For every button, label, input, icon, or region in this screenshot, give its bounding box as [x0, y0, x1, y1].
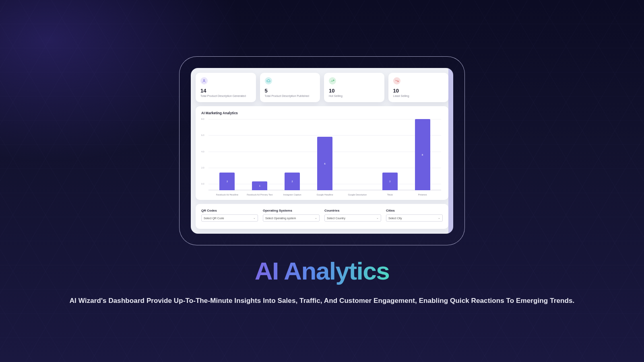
stat-card-3: 10Least Selling [388, 73, 449, 102]
x-axis-label: Instagram Caption [276, 193, 309, 196]
dashboard-screen: 14Total Product Description Generated5To… [191, 68, 453, 234]
chart-bar: 2 [285, 173, 300, 190]
filter-column: CountriesSelect Country⌄ [324, 209, 381, 222]
x-axis-label: Facebook Ad Primary Text [244, 193, 276, 196]
bar-value-label: 6 [324, 162, 325, 165]
select-placeholder: Select Country [327, 217, 345, 220]
bar-value-label: 2 [389, 180, 390, 183]
bar-value-label: 1 [259, 185, 260, 187]
chart-bar: 8 [415, 119, 430, 190]
trend-up-icon [329, 77, 336, 84]
hero-title: AI Analytics [255, 257, 390, 285]
bar-value-label: 2 [292, 180, 293, 183]
stat-label: Total Product Description Generated [200, 95, 251, 97]
stat-cards-row: 14Total Product Description Generated5To… [196, 73, 448, 102]
stat-value: 10 [329, 88, 380, 94]
bar-value-label: 2 [227, 180, 228, 183]
stat-label: Hot Selling [329, 95, 380, 97]
filter-label: Cities [386, 209, 443, 212]
chart-bar: 6 [317, 137, 332, 190]
chart-bar: 1 [252, 181, 267, 190]
user-icon [200, 77, 208, 84]
filters-card: QR CodesSelect QR Code⌄Operating Systems… [196, 204, 448, 229]
stat-card-0: 14Total Product Description Generated [196, 73, 256, 102]
stat-card-2: 10Hot Selling [324, 73, 384, 102]
bar-cell: 8 [406, 119, 439, 190]
select-placeholder: Select QR Code [204, 217, 224, 220]
x-axis-label: Tiktok [374, 193, 406, 196]
x-axis-label: Facebook Ad Headline [211, 193, 244, 196]
stat-value: 10 [393, 88, 444, 94]
filter-label: QR Codes [201, 209, 258, 212]
x-axis-label: Pinterest [406, 193, 439, 196]
stat-label: Total Product Description Published [265, 95, 316, 97]
tablet-device-frame: 14Total Product Description Generated5To… [179, 56, 465, 245]
stat-label: Least Selling [393, 95, 444, 97]
bar-cell: 1 [244, 119, 276, 190]
trend-down-icon [393, 77, 400, 84]
bar-cell: 2 [374, 119, 406, 190]
x-axis-labels: Facebook Ad HeadlineFacebook Ad Primary … [211, 193, 439, 196]
chart-title: AI Marketing Analytics [201, 111, 443, 115]
bar-value-label: 8 [422, 154, 423, 156]
filter-column: CitiesSelect City⌄ [386, 209, 443, 222]
svg-point-0 [203, 80, 204, 81]
bar-cell: 2 [211, 119, 244, 190]
chart-plot-area: 0.02.04.06.08.0212628Facebook Ad Headlin… [201, 117, 443, 197]
cloud-icon [265, 77, 272, 84]
select-operating systems[interactable]: Select Operating system⌄ [263, 214, 320, 222]
select-placeholder: Select City [388, 217, 402, 220]
chevron-down-icon: ⌄ [253, 216, 256, 220]
y-axis-tick: 2.0 [201, 167, 204, 169]
filter-column: Operating SystemsSelect Operating system… [263, 209, 320, 222]
y-axis-tick: 0.0 [201, 183, 204, 185]
bar-cell: 6 [309, 119, 341, 190]
analytics-chart-card: AI Marketing Analytics 0.02.04.06.08.021… [196, 106, 448, 200]
filter-label: Countries [324, 209, 381, 212]
chevron-down-icon: ⌄ [438, 216, 440, 220]
chart-bar: 2 [382, 173, 398, 190]
select-qr codes[interactable]: Select QR Code⌄ [201, 214, 258, 222]
bar-cell: 2 [276, 119, 309, 190]
filter-label: Operating Systems [263, 209, 320, 212]
y-axis-tick: 6.0 [201, 134, 204, 136]
select-cities[interactable]: Select City⌄ [386, 214, 443, 222]
x-axis-label: Google Description [341, 193, 374, 196]
chevron-down-icon: ⌄ [376, 216, 379, 220]
hero-subtitle: AI Wizard's Dashboard Provide Up-To-The-… [60, 297, 584, 305]
bar-cell [341, 119, 374, 190]
stat-card-1: 5Total Product Description Published [260, 73, 320, 102]
x-axis-label: Google Headline [309, 193, 341, 196]
select-placeholder: Select Operating system [265, 217, 296, 220]
stat-value: 5 [265, 88, 316, 94]
stat-value: 14 [200, 88, 251, 94]
y-axis-tick: 8.0 [201, 118, 204, 120]
y-axis-tick: 4.0 [201, 150, 204, 153]
chart-bar: 2 [219, 173, 235, 190]
filter-column: QR CodesSelect QR Code⌄ [201, 209, 258, 222]
chevron-down-icon: ⌄ [315, 216, 317, 220]
bars-container: 212628 [211, 119, 439, 190]
select-countries[interactable]: Select Country⌄ [324, 214, 381, 222]
